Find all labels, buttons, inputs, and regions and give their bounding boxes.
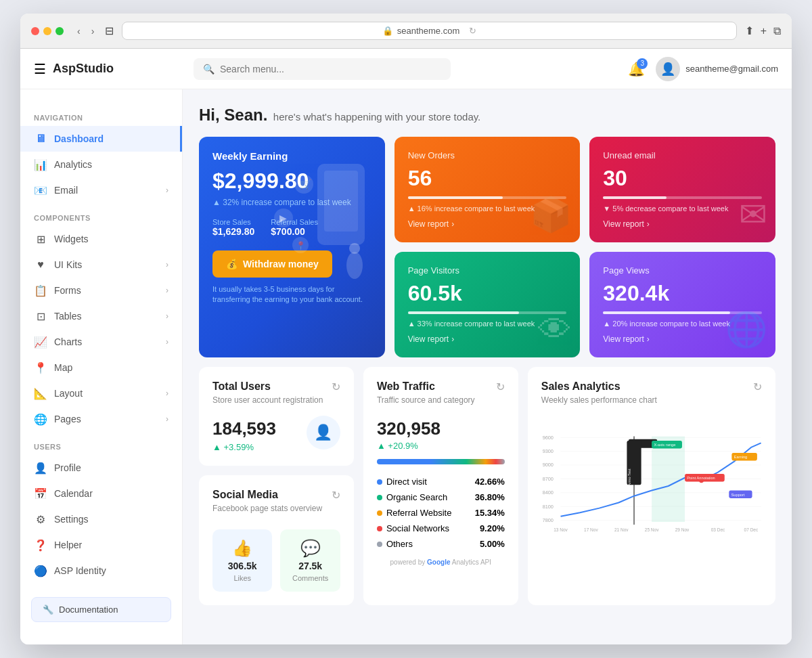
traffic-lights: [31, 27, 64, 35]
forms-arrow-icon: ›: [166, 286, 168, 295]
organic-dot: [377, 495, 382, 500]
sidebar-item-email[interactable]: 📧 Email ›: [20, 177, 182, 203]
page-visitors-bar: [408, 311, 519, 314]
doc-label: Documentation: [59, 605, 118, 615]
bottom-row: Total Users Store user account registrat…: [199, 367, 775, 605]
svg-text:▶: ▶: [279, 213, 287, 223]
sidebar-item-dashboard[interactable]: 🖥 Dashboard: [20, 126, 182, 152]
referral-pct: 15.34%: [475, 508, 505, 518]
comment-icon: 💬: [300, 539, 321, 558]
likes-stat: 👍 306.5k Likes: [212, 529, 272, 592]
refresh-icon[interactable]: ↻: [469, 26, 476, 36]
svg-text:25 Nov: 25 Nov: [645, 527, 659, 532]
sales-analytics-subtitle: Weekly sales performance chart: [541, 395, 657, 405]
svg-text:03 Dec: 03 Dec: [710, 527, 725, 532]
close-button[interactable]: [31, 27, 39, 35]
weekly-earning-card: Weekly Earning $2,999.80 ▲ 32% increase …: [199, 137, 385, 357]
sidebar: Navigation 🖥 Dashboard 📊 Analytics 📧 Ema…: [20, 89, 183, 644]
forward-button[interactable]: ›: [89, 24, 97, 38]
svg-text:8700: 8700: [542, 476, 553, 482]
unread-email-change: ▼ 5% decrease compare to last week: [603, 204, 762, 213]
likes-label: Likes: [233, 574, 251, 582]
users-icon: 👤: [307, 416, 340, 449]
sidebar-item-settings[interactable]: ⚙ Settings: [20, 506, 182, 532]
traffic-source-row: Others 5.00%: [377, 536, 505, 552]
traffic-bar: [377, 459, 505, 464]
sidebar-item-pages[interactable]: 🌐 Pages ›: [20, 406, 182, 432]
sidebar-item-charts[interactable]: 📈 Charts ›: [20, 329, 182, 355]
dashboard-label: Dashboard: [54, 133, 166, 144]
tables-label: Tables: [54, 311, 159, 322]
notification-badge: 3: [637, 58, 648, 69]
sidebar-item-helper[interactable]: ❓ Helper: [20, 532, 182, 558]
web-traffic-card: Web Traffic Traffic source and category …: [363, 367, 518, 605]
svg-rect-24: [652, 437, 685, 522]
unread-email-bar: [603, 196, 667, 199]
charts-label: Charts: [54, 336, 159, 347]
sidebar-item-widgets[interactable]: ⊞ Widgets: [20, 226, 182, 252]
traffic-label: Direct visit: [377, 477, 427, 487]
svg-text:8400: 8400: [542, 489, 553, 496]
social-media-subtitle: Facebook page stats overview: [212, 504, 322, 513]
unread-email-report-link[interactable]: View report ›: [603, 219, 762, 229]
app-container: ☰ AspStudio 🔍 🔔 3 👤 seantheme@gmail.com: [20, 49, 792, 644]
pages-label: Pages: [54, 414, 159, 424]
new-orders-card: New Orders 56 ▲ 16% increase compare to …: [394, 137, 581, 242]
email-arrow-icon: ›: [166, 185, 168, 195]
components-section-label: Components: [20, 203, 182, 226]
email-icon: 📧: [34, 183, 47, 197]
sales-analytics-refresh[interactable]: ↻: [753, 380, 762, 393]
app-logo: AspStudio: [53, 62, 114, 76]
svg-text:🛒: 🛒: [300, 179, 312, 190]
notification-button[interactable]: 🔔 3: [628, 61, 645, 77]
profile-label: Profile: [54, 462, 168, 473]
app-body: Navigation 🖥 Dashboard 📊 Analytics 📧 Ema…: [20, 89, 792, 644]
sidebar-item-tables[interactable]: ⊡ Tables ›: [20, 303, 182, 329]
tables-arrow-icon: ›: [166, 311, 168, 321]
traffic-label: Others: [377, 539, 413, 549]
maximize-button[interactable]: [55, 27, 64, 35]
sidebar-item-profile[interactable]: 👤 Profile: [20, 455, 182, 481]
sidebar-item-forms[interactable]: 📋 Forms ›: [20, 278, 182, 303]
new-orders-value: 56: [408, 166, 567, 191]
left-col: Total Users Store user account registrat…: [199, 367, 354, 605]
browser-nav: ‹ ›: [74, 24, 97, 38]
forms-label: Forms: [54, 285, 159, 296]
search-icon: 🔍: [203, 64, 215, 74]
sidebar-item-asp-identity[interactable]: 🔵 ASP Identity: [20, 558, 182, 584]
sidebar-item-map[interactable]: 📍 Map: [20, 355, 182, 380]
sidebar-item-layout[interactable]: 📐 Layout ›: [20, 380, 182, 406]
map-label: Map: [54, 362, 168, 373]
doc-icon: 🔧: [43, 605, 53, 615]
total-users-refresh[interactable]: ↻: [332, 380, 340, 393]
arrow-right-icon: ›: [451, 219, 454, 229]
likes-count: 306.5k: [228, 561, 257, 571]
svg-text:📍: 📍: [296, 240, 306, 250]
nav-section-label: Navigation: [20, 103, 182, 126]
tabs-button[interactable]: ⧉: [773, 24, 781, 37]
web-traffic-title: Web Traffic: [377, 380, 475, 393]
web-traffic-change: ▲ +20.9%: [377, 441, 505, 451]
page-views-title: Page Views: [603, 265, 762, 276]
back-button[interactable]: ‹: [74, 24, 83, 38]
social-media-refresh[interactable]: ↻: [332, 489, 340, 502]
svg-text:Point Annotation: Point Annotation: [687, 476, 715, 480]
sidebar-toggle[interactable]: ⊟: [105, 24, 114, 37]
search-input[interactable]: [220, 64, 441, 74]
sidebar-item-calendar[interactable]: 📅 Calendar: [20, 481, 182, 506]
new-tab-button[interactable]: +: [761, 24, 767, 37]
helper-icon: ❓: [34, 538, 47, 552]
sidebar-item-ui-kits[interactable]: ♥ UI Kits ›: [20, 252, 182, 278]
traffic-label: Organic Search: [377, 492, 447, 502]
social-stats: 👍 306.5k Likes 💬 27.5k Comments: [212, 529, 340, 592]
layout-icon: 📐: [34, 387, 47, 400]
web-traffic-refresh[interactable]: ↻: [496, 380, 505, 393]
documentation-button[interactable]: 🔧 Documentation: [31, 597, 171, 622]
minimize-button[interactable]: [43, 27, 51, 35]
sidebar-item-analytics[interactable]: 📊 Analytics: [20, 152, 182, 177]
header-right: 🔔 3 👤 seantheme@gmail.com: [628, 57, 778, 81]
menu-toggle-icon[interactable]: ☰: [34, 61, 46, 77]
calendar-icon: 📅: [34, 487, 47, 500]
share-button[interactable]: ⬆: [745, 24, 754, 37]
social-media-title: Social Media: [212, 489, 322, 501]
